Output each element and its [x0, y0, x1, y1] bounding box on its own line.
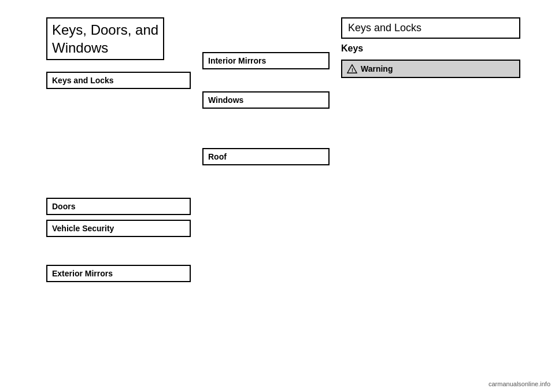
watermark: carmanualsonline.info — [489, 380, 550, 387]
col2-top-spacer — [202, 17, 330, 52]
main-title-line1: Keys, Doors, and — [52, 22, 158, 38]
doors-item[interactable]: Doors — [46, 198, 191, 215]
col2-spacer — [202, 74, 330, 91]
column-2: Interior Mirrors Windows Roof — [202, 17, 341, 357]
vehicle-security-item[interactable]: Vehicle Security — [46, 220, 191, 237]
col2-spacer2 — [202, 113, 330, 148]
keys-and-locks-item[interactable]: Keys and Locks — [46, 72, 191, 89]
page: Keys, Doors, and Windows Keys and Locks … — [0, 0, 555, 392]
col1-spacer2 — [46, 242, 191, 265]
column-1: Keys, Doors, and Windows Keys and Locks … — [46, 17, 202, 357]
content-area: Keys, Doors, and Windows Keys and Locks … — [46, 17, 520, 357]
main-title-line2: Windows — [52, 40, 108, 56]
col3-subsection-keys: Keys — [341, 43, 520, 54]
exterior-mirrors-item[interactable]: Exterior Mirrors — [46, 265, 191, 282]
roof-item[interactable]: Roof — [202, 148, 330, 165]
column-3: Keys and Locks Keys ! Warning — [341, 17, 520, 357]
svg-text:!: ! — [352, 67, 353, 73]
warning-box: ! Warning — [341, 60, 520, 78]
interior-mirrors-item[interactable]: Interior Mirrors — [202, 52, 330, 69]
main-title: Keys, Doors, and Windows — [46, 17, 164, 60]
warning-label: Warning — [361, 64, 393, 73]
col3-section-title[interactable]: Keys and Locks — [341, 17, 520, 39]
warning-triangle-icon: ! — [347, 64, 357, 74]
col1-spacer — [46, 94, 191, 198]
windows-item[interactable]: Windows — [202, 91, 330, 109]
